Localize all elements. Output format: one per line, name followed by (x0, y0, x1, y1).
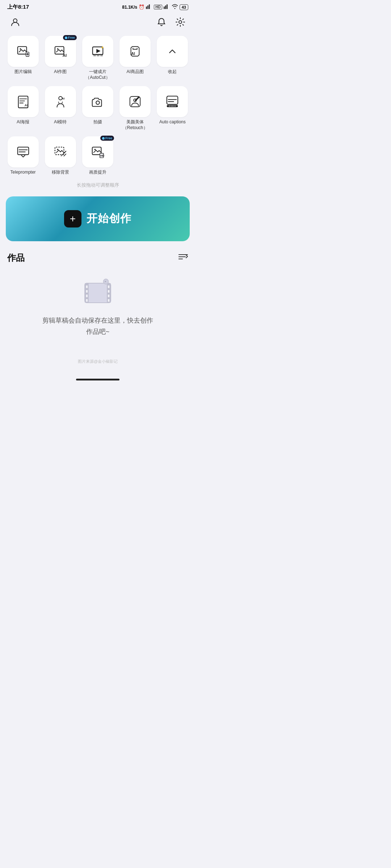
ai-poster-icon-box: AI (8, 86, 39, 117)
watermark: 图片来源@金小椒影记 (0, 352, 196, 375)
tool-ai-draw[interactable]: Free AI AI作图 (43, 36, 77, 80)
create-button-label: 开始创作 (87, 211, 131, 226)
tool-auto-captions[interactable]: Auto captions (155, 86, 190, 131)
home-indicator (76, 379, 119, 380)
hd-enhance-label: 画质提升 (89, 170, 106, 175)
camera-label: 拍摄 (93, 119, 102, 125)
svg-rect-0 (146, 7, 147, 9)
teleprompter-label: Teleprompter (10, 170, 36, 175)
remove-bg-icon-box (45, 136, 76, 167)
status-right: 81.1K/s ⏰ HD 43 (122, 4, 188, 10)
camera-icon-box (82, 86, 113, 117)
svg-text:⚡: ⚡ (101, 46, 104, 49)
svg-rect-3 (164, 7, 165, 9)
svg-marker-15 (96, 49, 100, 53)
sort-icon[interactable] (178, 253, 188, 263)
svg-point-7 (179, 21, 182, 24)
empty-text: 剪辑草稿会自动保存在这里，快去创作 作品吧~ (42, 315, 153, 337)
hd-badge: HD (154, 5, 162, 9)
retouch-icon-box (119, 86, 151, 117)
tool-camera[interactable]: 拍摄 (80, 86, 115, 131)
svg-rect-43 (108, 294, 110, 297)
ai-draw-label: AI作图 (54, 69, 67, 75)
ai-model-label: AI模特 (54, 119, 67, 125)
svg-point-9 (20, 48, 21, 50)
svg-point-22 (96, 101, 100, 105)
retouch-label: 美颜美体 （Retouch） (123, 119, 148, 131)
svg-rect-39 (86, 294, 88, 297)
status-bar: 上午8:17 81.1K/s ⏰ HD 43 (0, 0, 196, 13)
svg-point-29 (57, 149, 58, 150)
svg-rect-2 (149, 4, 150, 9)
app-header (0, 13, 196, 33)
svg-rect-42 (108, 290, 110, 293)
svg-rect-44 (108, 299, 110, 302)
tool-hd-enhance[interactable]: Free HD 画质提升 (80, 136, 115, 175)
svg-text:AI: AI (62, 97, 65, 100)
drag-hint: 长按拖动可调整顺序 (0, 178, 196, 193)
ai-draw-badge: Free (63, 35, 77, 40)
hd-enhance-badge: Free (100, 136, 114, 141)
svg-rect-38 (86, 290, 88, 293)
svg-rect-27 (17, 147, 28, 155)
tool-grid-row3: Teleprompter 移除背景 Free HD 画质提 (0, 133, 196, 178)
auto-captions-label: Auto captions (159, 119, 186, 125)
remove-bg-label: 移除背景 (52, 170, 69, 175)
bottom-bar (0, 375, 196, 386)
tool-ai-product[interactable]: AI AI商品图 (118, 36, 152, 80)
ai-product-icon-box: AI (119, 36, 151, 67)
works-header: 作品 (0, 248, 196, 269)
svg-text:AI: AI (62, 53, 66, 58)
status-time: 上午8:17 (7, 4, 29, 10)
photo-edit-label: 图片编辑 (14, 69, 32, 75)
tool-photo-edit[interactable]: 图片编辑 (6, 36, 40, 80)
photo-edit-icon-box (8, 36, 39, 67)
svg-text:AI: AI (131, 52, 135, 56)
create-button[interactable]: + 开始创作 (7, 197, 189, 241)
header-actions (155, 16, 187, 29)
hd-enhance-icon-box: Free HD (82, 136, 113, 167)
svg-point-6 (13, 19, 17, 22)
tool-grid-row2: AI AI海报 AI AI模特 拍摄 (0, 83, 196, 133)
svg-rect-1 (147, 5, 148, 9)
ai-poster-label: AI海报 (17, 119, 29, 125)
tool-collapse[interactable]: 收起 (155, 36, 190, 80)
svg-point-12 (57, 48, 58, 50)
wifi-icon (172, 4, 178, 10)
bell-icon[interactable] (155, 16, 168, 29)
svg-rect-41 (108, 285, 110, 288)
svg-rect-37 (86, 285, 88, 288)
tool-ai-model[interactable]: AI AI模特 (43, 86, 77, 131)
tool-teleprompter[interactable]: Teleprompter (6, 136, 40, 175)
empty-state: 剪辑草稿会自动保存在这里，快去创作 作品吧~ (0, 269, 196, 352)
svg-rect-5 (167, 4, 168, 9)
signal-icon (146, 4, 152, 10)
settings-icon[interactable] (174, 16, 187, 29)
svg-text:AI: AI (24, 103, 28, 107)
svg-text:HD: HD (100, 154, 104, 158)
ai-draw-icon-box: Free AI (45, 36, 76, 67)
battery-level: 43 (180, 4, 188, 10)
tool-autocut[interactable]: ⚡ 一键成片 （AutoCut） (80, 36, 115, 80)
svg-rect-25 (167, 96, 178, 105)
signal2-icon (164, 4, 170, 10)
create-button-wrap: + 开始创作 (6, 196, 190, 241)
tool-retouch[interactable]: 美颜美体 （Retouch） (118, 86, 152, 131)
tool-grid-row1: 图片编辑 Free AI AI作图 ⚡ 一键成片 （AutoCut） (0, 33, 196, 83)
autocut-icon-box: ⚡ (82, 36, 113, 67)
profile-icon[interactable] (9, 16, 22, 29)
tool-remove-bg[interactable]: 移除背景 (43, 136, 77, 175)
svg-point-31 (94, 149, 96, 150)
ai-product-label: AI商品图 (127, 69, 144, 75)
teleprompter-icon-box (8, 136, 39, 167)
ai-model-icon-box: AI (45, 86, 76, 117)
autocut-label: 一键成片 （AutoCut） (85, 69, 110, 80)
create-plus-icon: + (64, 210, 81, 227)
status-speed: 81.1K/s (122, 5, 137, 10)
svg-rect-4 (165, 5, 166, 9)
alarm-icon: ⏰ (139, 4, 144, 10)
tool-ai-poster[interactable]: AI AI海报 (6, 86, 40, 131)
svg-rect-40 (86, 299, 88, 302)
collapse-icon-box (157, 36, 188, 67)
auto-captions-icon-box (157, 86, 188, 117)
